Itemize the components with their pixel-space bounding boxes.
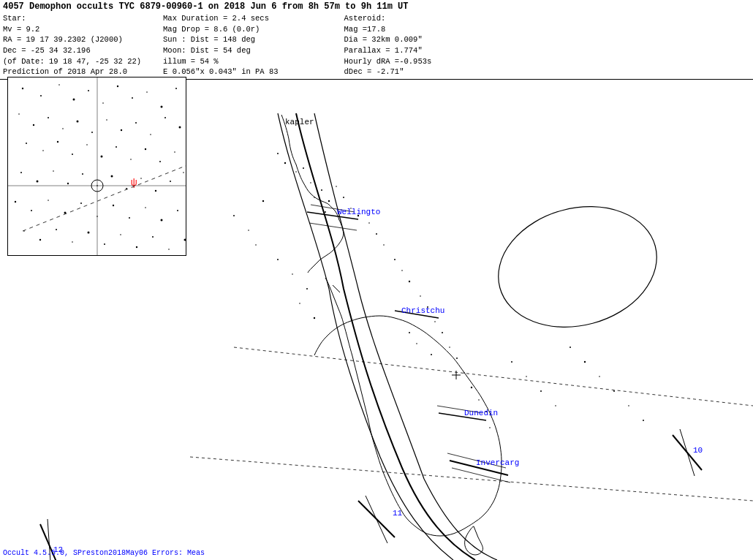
svg-point-35: [376, 233, 377, 235]
svg-point-66: [555, 405, 556, 406]
star-info: Star: Mv = 9.2 RA = 19 17 39.2302 (J2000…: [3, 13, 141, 77]
svg-line-12: [333, 285, 340, 292]
svg-point-70: [613, 390, 615, 392]
dec-value: Dec = -25 34 32.196: [3, 45, 141, 56]
svg-point-138: [152, 236, 154, 238]
svg-point-71: [628, 405, 629, 406]
label-11: 11: [393, 509, 403, 518]
svg-point-90: [106, 119, 107, 121]
svg-point-95: [179, 126, 181, 129]
svg-point-128: [161, 219, 163, 222]
svg-point-34: [368, 222, 370, 224]
title-line: 4057 Demophon occults TYC 6879-00960-1 o…: [3, 1, 750, 12]
asteroid-mag: Mag =17.8: [344, 24, 432, 35]
svg-point-101: [101, 156, 103, 158]
svg-point-63: [511, 361, 512, 363]
main-container: 4057 Demophon occults TYC 6879-00960-1 o…: [0, 0, 753, 560]
max-duration: Max Duration = 2.4 secs: [163, 13, 279, 24]
starfield-box: ψ: [7, 77, 186, 256]
header: 4057 Demophon occults TYC 6879-00960-1 o…: [0, 0, 753, 80]
svg-point-29: [336, 186, 337, 187]
svg-point-52: [416, 343, 417, 344]
svg-point-127: [145, 207, 146, 208]
svg-point-32: [325, 211, 326, 213]
svg-point-94: [164, 117, 166, 118]
svg-point-83: [175, 88, 177, 89]
svg-point-72: [643, 420, 644, 421]
svg-point-87: [62, 128, 64, 129]
svg-point-76: [73, 99, 75, 101]
svg-point-75: [58, 84, 60, 86]
svg-point-131: [39, 239, 41, 241]
svg-point-25: [310, 182, 311, 183]
svg-line-0: [234, 347, 753, 406]
svg-point-98: [57, 141, 58, 143]
mag-drop: Mag Drop = 8.6 (0.0r): [163, 24, 279, 35]
svg-point-100: [86, 144, 88, 145]
wellington-label: Wellingto: [337, 208, 380, 216]
svg-point-97: [42, 150, 44, 151]
svg-line-1: [190, 457, 753, 501]
svg-point-27: [328, 200, 330, 202]
illum: illum = 54 %: [163, 56, 279, 67]
svg-point-77: [88, 90, 89, 91]
psi-symbol: ψ: [131, 177, 137, 189]
svg-point-135: [104, 243, 105, 245]
moon-dist: Moon: Dist = 54 deg: [163, 45, 279, 56]
svg-point-37: [394, 259, 396, 260]
svg-point-88: [77, 121, 79, 123]
svg-point-64: [526, 376, 527, 377]
svg-point-55: [248, 230, 249, 231]
svg-point-85: [33, 124, 34, 126]
svg-point-40: [420, 295, 421, 297]
svg-point-30: [343, 197, 344, 198]
svg-line-5: [309, 223, 357, 230]
svg-point-54: [233, 215, 235, 216]
event-info: Max Duration = 2.4 secs Mag Drop = 8.6 (…: [163, 13, 279, 77]
svg-point-111: [82, 173, 83, 175]
svg-point-81: [146, 91, 148, 93]
svg-point-104: [145, 148, 146, 150]
svg-point-45: [456, 357, 458, 359]
svg-point-140: [184, 239, 186, 241]
svg-point-68: [584, 361, 586, 363]
svg-point-26: [321, 189, 322, 191]
svg-point-23: [295, 171, 297, 173]
svg-point-123: [80, 203, 82, 204]
svg-point-117: [170, 181, 171, 182]
svg-point-24: [303, 167, 304, 169]
asteroid-dia: Dia = 32km 0.009": [344, 34, 432, 45]
svg-point-103: [130, 159, 132, 160]
svg-point-108: [37, 181, 39, 183]
svg-point-21: [277, 153, 279, 154]
svg-point-60: [306, 288, 308, 290]
asteroid-parallax: Parallax = 1.774": [344, 45, 432, 56]
asteroid-info: Asteroid: Mag =17.8 Dia = 32km 0.009" Pa…: [344, 13, 432, 77]
svg-line-16: [680, 429, 695, 476]
starfield-svg: ψ: [8, 77, 186, 256]
svg-point-42: [434, 321, 436, 322]
of-date-value: (of Date: 19 18 47, -25 32 22): [3, 56, 141, 67]
christchurch-label: Christchu: [401, 306, 444, 315]
svg-line-18: [366, 496, 387, 543]
svg-point-36: [383, 244, 385, 246]
svg-point-120: [31, 210, 32, 211]
svg-point-86: [48, 117, 49, 118]
svg-point-99: [72, 154, 73, 155]
asteroid-label: Asteroid:: [344, 13, 432, 24]
svg-point-59: [292, 273, 293, 275]
svg-point-78: [102, 102, 104, 104]
svg-point-50: [489, 427, 491, 428]
svg-point-118: [183, 172, 184, 173]
svg-point-58: [277, 259, 279, 260]
svg-point-109: [53, 170, 54, 172]
svg-point-121: [48, 200, 49, 201]
invercargill-label: Invercarg: [476, 458, 519, 467]
svg-point-38: [401, 270, 403, 271]
svg-point-134: [88, 232, 90, 234]
svg-point-89: [91, 132, 93, 133]
svg-point-47: [471, 387, 472, 388]
svg-point-96: [26, 143, 27, 144]
svg-point-79: [117, 86, 118, 87]
svg-point-39: [409, 281, 410, 282]
